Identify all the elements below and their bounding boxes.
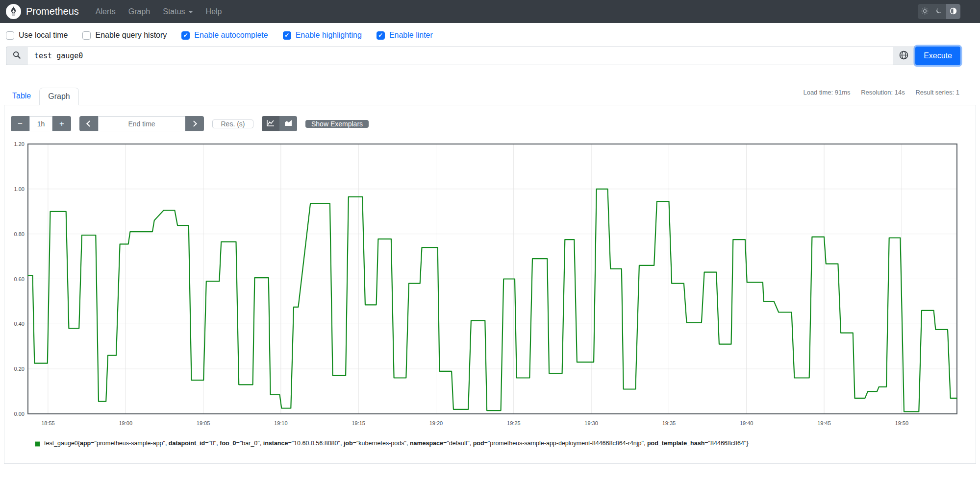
search-addon xyxy=(6,47,27,65)
svg-text:19:20: 19:20 xyxy=(429,420,443,426)
checkbox-icon: ✓ xyxy=(82,31,91,40)
options-row: ✓ Use local time ✓ Enable query history … xyxy=(0,23,980,47)
chart-type-group xyxy=(262,116,297,131)
prometheus-logo[interactable] xyxy=(6,4,21,19)
checkbox-enable-query-history[interactable]: ✓ Enable query history xyxy=(82,31,167,40)
series-label: test_gauge0{app="prometheus-sample-app",… xyxy=(44,440,748,447)
sun-icon xyxy=(921,7,929,16)
range-group: − + xyxy=(11,116,71,131)
svg-text:19:50: 19:50 xyxy=(895,420,909,426)
checkbox-enable-highlighting[interactable]: ✓ Enable highlighting xyxy=(283,31,362,40)
nav-item-graph[interactable]: Graph xyxy=(128,7,150,16)
time-forward-button[interactable] xyxy=(185,116,204,131)
svg-text:0.40: 0.40 xyxy=(14,321,25,327)
line-chart-button[interactable] xyxy=(262,116,279,131)
stat-resolution: Resolution: 14s xyxy=(861,89,905,96)
svg-text:19:15: 19:15 xyxy=(352,420,365,426)
half-circle-icon xyxy=(950,7,957,16)
theme-toggle-group xyxy=(918,4,960,19)
svg-text:0.60: 0.60 xyxy=(14,276,25,282)
svg-text:0.80: 0.80 xyxy=(14,231,25,237)
svg-text:19:45: 19:45 xyxy=(817,420,831,426)
stat-result-series: Result series: 1 xyxy=(915,89,959,96)
resolution-input[interactable] xyxy=(212,120,253,128)
svg-text:19:25: 19:25 xyxy=(507,420,521,426)
nav-item-status[interactable]: Status xyxy=(163,7,193,16)
theme-auto-button[interactable] xyxy=(946,4,960,19)
svg-text:18:55: 18:55 xyxy=(41,420,55,426)
svg-text:19:00: 19:00 xyxy=(119,420,132,426)
checkbox-icon: ✓ xyxy=(377,31,385,40)
globe-icon xyxy=(899,50,908,62)
show-exemplars-button[interactable]: Show Exemplars xyxy=(305,120,369,128)
execute-button[interactable]: Execute xyxy=(915,47,960,65)
checkbox-icon: ✓ xyxy=(6,31,14,40)
svg-text:19:30: 19:30 xyxy=(584,420,598,426)
nav-item-help[interactable]: Help xyxy=(206,7,222,16)
query-stats: Load time: 91ms Resolution: 14s Result s… xyxy=(803,89,959,96)
theme-light-button[interactable] xyxy=(918,4,932,19)
query-bar: Execute xyxy=(0,47,980,65)
end-time-input[interactable] xyxy=(98,116,185,131)
checkbox-enable-autocomplete[interactable]: ✓ Enable autocomplete xyxy=(181,31,268,40)
theme-dark-button[interactable] xyxy=(932,4,946,19)
tab-graph[interactable]: Graph xyxy=(39,88,78,105)
svg-text:19:10: 19:10 xyxy=(274,420,288,426)
search-icon xyxy=(13,51,21,61)
navbar: Prometheus Alerts Graph Status Help xyxy=(0,0,980,23)
chart-svg[interactable]: 0.000.200.400.600.801.001.2018:5519:0019… xyxy=(4,142,965,430)
graph-controls: − + Show Exemplars xyxy=(11,116,976,131)
svg-text:1.20: 1.20 xyxy=(14,142,25,147)
moon-icon xyxy=(936,7,942,16)
chevron-left-icon xyxy=(86,120,93,127)
tab-table[interactable]: Table xyxy=(4,88,39,105)
line-chart-icon xyxy=(267,119,275,129)
stacked-area-icon xyxy=(284,119,292,129)
result-tabs: Table Graph Load time: 91ms Resolution: … xyxy=(4,88,976,105)
series-legend[interactable]: test_gauge0{app="prometheus-sample-app",… xyxy=(35,440,976,447)
chevron-down-icon xyxy=(188,11,193,13)
checkbox-enable-linter[interactable]: ✓ Enable linter xyxy=(377,31,433,40)
chevron-right-icon xyxy=(191,120,197,127)
svg-text:0.20: 0.20 xyxy=(14,366,25,372)
end-time-group xyxy=(79,116,204,131)
svg-text:19:40: 19:40 xyxy=(740,420,754,426)
nav-item-alerts[interactable]: Alerts xyxy=(96,7,116,16)
flame-icon xyxy=(8,5,19,18)
stacked-chart-button[interactable] xyxy=(279,116,297,131)
brand-title[interactable]: Prometheus xyxy=(26,6,79,17)
svg-text:19:05: 19:05 xyxy=(197,420,210,426)
query-expression-input[interactable] xyxy=(27,47,893,65)
range-increase-button[interactable]: + xyxy=(52,116,71,131)
stat-load-time: Load time: 91ms xyxy=(803,89,850,96)
range-decrease-button[interactable]: − xyxy=(11,116,29,131)
range-input[interactable] xyxy=(29,116,52,131)
svg-text:1.00: 1.00 xyxy=(14,186,25,192)
checkbox-icon: ✓ xyxy=(181,31,190,40)
time-back-button[interactable] xyxy=(79,116,98,131)
metrics-explorer-button[interactable] xyxy=(893,47,915,65)
svg-text:0.00: 0.00 xyxy=(14,411,25,417)
graph-panel: − + Show Exemplars 0.000.200.400.600.801 xyxy=(4,105,976,464)
checkbox-icon: ✓ xyxy=(283,31,291,40)
series-swatch xyxy=(35,441,40,447)
svg-text:19:35: 19:35 xyxy=(662,420,676,426)
checkbox-use-local-time[interactable]: ✓ Use local time xyxy=(6,31,68,40)
